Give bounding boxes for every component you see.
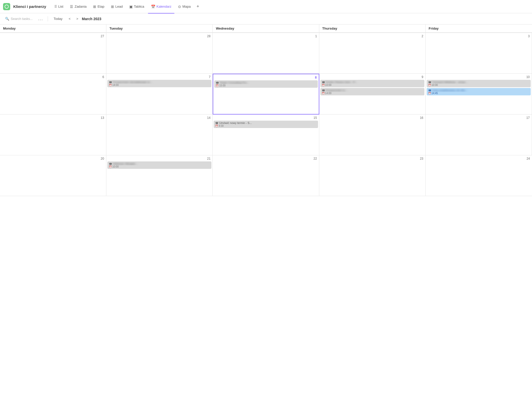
day-cell-week0-day3[interactable]: 2 xyxy=(319,33,426,74)
event-title: ☎Kinetic Fitness Gym - P... xyxy=(322,81,423,84)
month-label: March 2023 xyxy=(82,17,101,21)
day-cell-week1-day3[interactable]: 9☎Kinetic Fitness Gym - P...⏰10:00☎Przyp… xyxy=(319,74,426,115)
tab-etap[interactable]: ⊞ Etap xyxy=(90,3,107,10)
tab-etap-label: Etap xyxy=(97,5,104,8)
nav-tabs: ⠿ List ☰ Zadania ⊞ Etap ⊞ Lead ▣ Tablica xyxy=(51,3,529,10)
phone-icon: ☎ xyxy=(109,81,112,84)
zadania-icon: ☰ xyxy=(70,5,73,9)
app-icon xyxy=(3,3,10,10)
day-number: 3 xyxy=(427,34,531,39)
day-cell-week3-day2[interactable]: 22 xyxy=(213,155,319,196)
day-number: 1 xyxy=(214,34,318,39)
event-title: ☎Transport Meblowy - przyp... xyxy=(428,81,529,84)
day-header-thursday: Thursday xyxy=(319,24,426,33)
event-week1-day4-0[interactable]: ☎Transport Meblowy - przyp...⏰10:00 xyxy=(427,80,531,87)
day-number: 7 xyxy=(107,75,211,79)
clock-icon: ⏰ xyxy=(322,92,325,95)
tab-mapa[interactable]: ⊙ Mapa xyxy=(175,3,194,10)
day-cell-week1-day4[interactable]: 10☎Transport Meblowy - przyp...⏰10:00☎no… xyxy=(426,74,532,115)
clock-icon: ⏰ xyxy=(428,92,431,95)
event-title: ☎Halaman Vikrapet... xyxy=(109,162,210,165)
event-week1-day3-0[interactable]: ☎Kinetic Fitness Gym - P...⏰10:00 xyxy=(320,80,424,87)
day-cell-week1-day2[interactable]: 8☎Roger Consulting Pro...⏰15:00 xyxy=(213,74,319,115)
day-cell-week2-day1[interactable]: 14 xyxy=(106,115,213,155)
day-number: 8 xyxy=(214,75,318,80)
tab-lead-label: Lead xyxy=(115,5,123,8)
clock-icon: ⏰ xyxy=(215,125,218,127)
search-box[interactable]: 🔍 Search tasks... xyxy=(3,16,35,22)
prev-month-button[interactable]: < xyxy=(67,16,73,22)
day-cell-week1-day1[interactable]: 7☎Przypomnieć skontaktować si...⏰14:00 xyxy=(106,74,213,115)
clock-icon: ⏰ xyxy=(322,84,325,86)
calendar-container: Monday Tuesday Wednesday Thursday Friday… xyxy=(0,24,532,406)
kalendarz-icon: 📅 xyxy=(151,5,155,9)
tab-tablica[interactable]: ▣ Tablica xyxy=(126,3,147,10)
day-cell-week3-day3[interactable]: 23 xyxy=(319,155,426,196)
day-header-friday: Friday xyxy=(426,24,532,33)
toolbar: 🔍 Search tasks... ... Today < > March 20… xyxy=(0,13,532,24)
event-title: ☎Przypomnieć si... xyxy=(322,89,423,92)
event-time-text: 10:00 xyxy=(325,84,332,86)
event-title-text: Umówić nowy termin - S... xyxy=(219,121,252,124)
search-placeholder: Search tasks... xyxy=(11,17,33,21)
event-time: ⏰14:00 xyxy=(322,92,423,95)
day-number: 28 xyxy=(107,34,211,39)
phone-icon: ☎ xyxy=(109,162,112,165)
event-title: ☎Umówić nowy termin - S... xyxy=(215,121,316,124)
day-cell-week2-day3[interactable]: 16 xyxy=(319,115,426,155)
day-cell-week0-day0[interactable]: 27 xyxy=(0,33,106,74)
event-week2-day2-0[interactable]: ☎Umówić nowy termin - S...⏰9:30 xyxy=(214,121,318,128)
tab-zadania[interactable]: ☰ Zadania xyxy=(67,3,90,10)
event-time: ⏰10:00 xyxy=(109,165,210,168)
event-week3-day1-0[interactable]: ☎Halaman Vikrapet...⏰10:00 xyxy=(107,161,211,169)
add-view-button[interactable]: + xyxy=(194,3,201,10)
tab-lead[interactable]: ⊞ Lead xyxy=(108,3,126,10)
mapa-icon: ⊙ xyxy=(178,5,181,9)
today-button[interactable]: Today xyxy=(51,16,65,21)
day-cell-week3-day0[interactable]: 20 xyxy=(0,155,106,196)
event-week1-day2-0[interactable]: ☎Roger Consulting Pro...⏰15:00 xyxy=(214,80,318,88)
day-number: 21 xyxy=(107,156,211,161)
list-icon: ⠿ xyxy=(54,5,57,9)
day-cell-week2-day4[interactable]: 17 xyxy=(426,115,532,155)
event-title-text: Roger Consulting Pro... xyxy=(220,81,249,84)
day-number: 20 xyxy=(1,156,105,161)
day-cell-week0-day2[interactable]: 1 xyxy=(213,33,319,74)
day-number: 2 xyxy=(320,34,424,39)
day-number: 23 xyxy=(320,156,424,161)
day-cell-week2-day2[interactable]: 15☎Umówić nowy termin - S...⏰9:30 xyxy=(213,115,319,155)
tab-zadania-label: Zadania xyxy=(74,5,86,8)
tab-list-label: List xyxy=(58,5,63,8)
tab-list[interactable]: ⠿ List xyxy=(51,3,66,10)
event-time-text: 14:00 xyxy=(325,92,332,95)
next-month-button[interactable]: > xyxy=(74,16,80,22)
event-week1-day1-0[interactable]: ☎Przypomnieć skontaktować si...⏰14:00 xyxy=(107,80,211,87)
day-header-monday: Monday xyxy=(0,24,106,33)
event-title: ☎Przypomnieć skontaktować si... xyxy=(109,81,210,84)
day-number: 14 xyxy=(107,116,211,120)
day-number: 17 xyxy=(427,116,531,120)
day-cell-week1-day0[interactable]: 6 xyxy=(0,74,106,115)
event-time: ⏰10:00 xyxy=(428,84,529,86)
day-cell-week2-day0[interactable]: 13 xyxy=(0,115,106,155)
separator xyxy=(48,16,48,21)
event-week1-day4-1[interactable]: ☎nowy projektowany do etlu...⏰14:45 xyxy=(427,88,531,95)
more-options-button[interactable]: ... xyxy=(37,16,45,22)
event-time: ⏰14:45 xyxy=(428,92,529,95)
event-title-text: Kinetic Fitness Gym - P... xyxy=(326,81,357,84)
phone-icon: ☎ xyxy=(428,81,431,84)
day-number: 13 xyxy=(1,116,105,120)
event-title-text: nowy projektowany do etlu... xyxy=(432,89,467,92)
day-header-wednesday: Wednesday xyxy=(213,24,319,33)
day-cell-week3-day1[interactable]: 21☎Halaman Vikrapet...⏰10:00 xyxy=(106,155,213,196)
day-number: 16 xyxy=(320,116,424,120)
day-cell-week0-day1[interactable]: 28 xyxy=(106,33,213,74)
day-cell-week3-day4[interactable]: 24 xyxy=(426,155,532,196)
event-week1-day3-1[interactable]: ☎Przypomnieć si...⏰14:00 xyxy=(320,88,424,95)
clock-icon: ⏰ xyxy=(109,84,112,86)
tab-kalendarz[interactable]: 📅 Kalendarz xyxy=(148,3,175,10)
event-title-text: Przypomnieć skontaktować si... xyxy=(113,81,152,84)
day-cell-week0-day4[interactable]: 3 xyxy=(426,33,532,74)
clock-icon: ⏰ xyxy=(109,166,112,168)
day-number: 24 xyxy=(427,156,531,161)
